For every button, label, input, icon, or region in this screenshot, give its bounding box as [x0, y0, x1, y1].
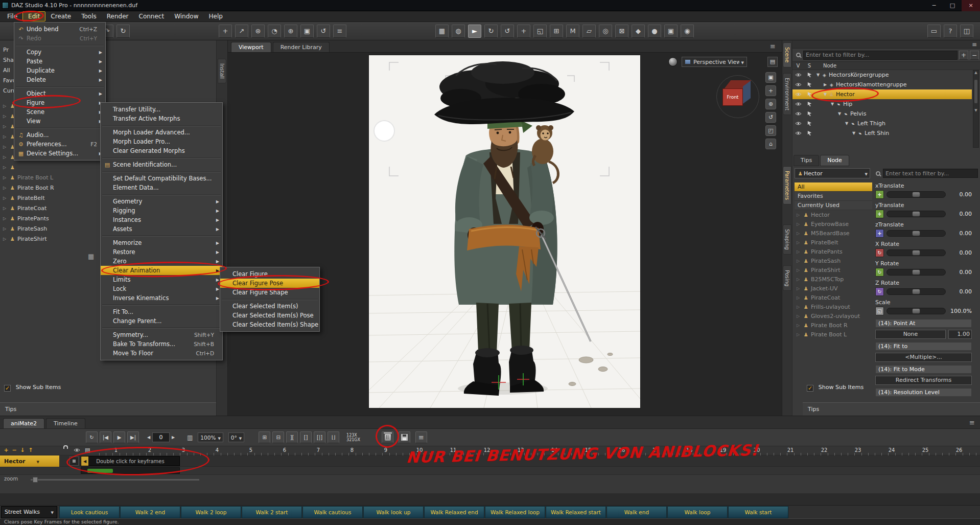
parameter-node-row[interactable]: PirateShirt	[795, 265, 872, 275]
expander-icon[interactable]: ▼	[815, 73, 821, 77]
parameter-node-row[interactable]: PirateSash	[795, 256, 872, 265]
target-icon[interactable]: ⊕	[284, 25, 297, 38]
menu-item[interactable]: Copy	[14, 48, 105, 57]
slider-handle[interactable]	[912, 231, 920, 236]
menu-item[interactable]: Set Default Compatibility Bases...	[101, 174, 222, 183]
scale-tool-icon[interactable]: ◱	[533, 25, 547, 38]
parameter-node-row[interactable]: Frills-uvlayout	[795, 302, 872, 311]
aniblock-button[interactable]: Walk 2 start	[242, 506, 302, 518]
param-slider[interactable]	[886, 249, 946, 256]
viewport-options-icon[interactable]	[767, 57, 778, 67]
param-slider[interactable]	[886, 191, 946, 198]
zoom-slider-handle[interactable]	[33, 477, 38, 483]
param-slider[interactable]	[886, 230, 946, 237]
node-selector-dropdown[interactable]: Hector	[795, 168, 870, 178]
viewport-pane-menu-icon[interactable]	[770, 42, 776, 50]
slider-handle[interactable]	[912, 269, 920, 275]
transfer-node-icon[interactable]: ↗	[235, 25, 248, 38]
frame-decrement-icon[interactable]: ◀	[145, 435, 152, 440]
parameter-node-row[interactable]: Pirate Boot R	[795, 321, 872, 330]
scene-tree-row[interactable]: ▶ HectorsKlamottengruppe	[792, 80, 972, 89]
expand-arrow-icon[interactable]	[797, 222, 803, 226]
menu-item[interactable]: Memorize	[101, 238, 222, 247]
expander-icon[interactable]: ▼	[844, 121, 850, 126]
aniblock-button[interactable]: Walk Relaxed start	[546, 506, 606, 518]
expand-arrow-icon[interactable]	[797, 323, 803, 328]
camera-cube-icon[interactable]: ⊠	[615, 25, 628, 38]
camera-frame-icon[interactable]: ◰	[765, 125, 776, 136]
menu-bar-item[interactable]: File	[2, 12, 22, 21]
view-cube-front-face[interactable]: Front	[722, 88, 743, 106]
expander-icon[interactable]: ▼	[822, 92, 828, 97]
expand-arrow-icon[interactable]	[3, 104, 9, 108]
selection-arrow-icon[interactable]	[804, 92, 815, 97]
menu-item[interactable]: Clear Figure Shape	[220, 288, 319, 297]
aniblock-button[interactable]: Walk start	[728, 506, 788, 518]
selection-arrow-icon[interactable]	[804, 72, 815, 78]
camera-home-icon[interactable]: ⌂	[765, 139, 776, 149]
expander-icon[interactable]: ▼	[836, 111, 843, 116]
move-track-up-icon[interactable]: ↑	[27, 447, 35, 454]
visibility-eye-icon[interactable]	[792, 111, 804, 116]
sphere-tool-icon[interactable]: ●	[648, 25, 661, 38]
track-option-box[interactable]	[69, 456, 79, 466]
layout-icon[interactable]: ◫	[960, 25, 973, 38]
expand-all-button[interactable]	[959, 51, 968, 60]
expand-arrow-icon[interactable]	[3, 196, 9, 200]
move-track-down-icon[interactable]: ↓	[18, 447, 27, 454]
menu-item[interactable]: Instances	[101, 215, 222, 224]
menu-bar-item[interactable]: Render	[102, 12, 134, 21]
menu-item[interactable]: Transfer Active Morphs	[101, 114, 222, 123]
expand-arrow-icon[interactable]	[3, 226, 9, 231]
scene-filter-input[interactable]	[803, 51, 958, 60]
expand-arrow-icon[interactable]	[3, 134, 9, 139]
add-track-icon[interactable]: +	[2, 447, 10, 454]
aniblock-button[interactable]: Look cautious	[59, 506, 120, 518]
node-select-tool-icon[interactable]: ►	[468, 25, 481, 38]
menu-item[interactable]: Element Data...	[101, 183, 222, 192]
menu-item[interactable]: Symmetry... Shift+Y	[101, 330, 222, 339]
selection-arrow-icon[interactable]	[804, 82, 815, 87]
expand-keys-icon[interactable]: ⊞	[259, 431, 270, 443]
save-animation-icon[interactable]	[399, 431, 410, 443]
render-preview[interactable]	[369, 55, 640, 408]
trim-end-icon[interactable]: []	[300, 431, 312, 443]
slider-handle[interactable]	[912, 192, 920, 197]
selection-arrow-icon[interactable]	[804, 121, 815, 126]
menu-item[interactable]: Assets	[101, 224, 222, 234]
menu-bar-item[interactable]: Create	[45, 12, 76, 21]
keyframe-bar[interactable]: Double click for keyframes	[81, 456, 180, 466]
vertical-tab-parameters[interactable]: Parameters	[783, 166, 791, 204]
frame-range-icon[interactable]: ⌊⌋	[328, 431, 339, 443]
menu-item[interactable]: Paste	[14, 57, 105, 66]
twist-tool-icon[interactable]: ↺	[501, 25, 514, 38]
slider-handle[interactable]	[912, 211, 920, 217]
expand-arrow-icon[interactable]	[3, 155, 9, 159]
zoom-slider[interactable]	[31, 479, 199, 481]
loop-playback-icon[interactable]: ↻	[86, 431, 98, 443]
parameter-node-row[interactable]: PirateCoat	[795, 293, 872, 302]
parameter-node-row[interactable]: PirateBelt	[795, 238, 872, 247]
slider-handle[interactable]	[912, 308, 920, 314]
collapsed-tree-row[interactable]	[0, 162, 16, 172]
menu-item[interactable]: Clear Figure	[220, 269, 319, 279]
go-to-start-icon[interactable]: |◀	[100, 431, 111, 443]
visibility-eye-icon[interactable]	[792, 131, 804, 135]
starburst-icon[interactable]: ⊛	[251, 25, 265, 38]
expand-arrow-icon[interactable]	[797, 286, 803, 291]
parameters-tab[interactable]: Tips	[794, 155, 819, 166]
expand-arrow-icon[interactable]	[3, 175, 9, 180]
timeline-list-icon[interactable]	[415, 431, 427, 443]
visibility-eye-icon[interactable]	[792, 92, 804, 97]
menu-item[interactable]: Limits	[101, 275, 222, 284]
geometry-editor-icon[interactable]: ▱	[582, 25, 596, 38]
render-camera-icon[interactable]: ◉	[681, 25, 694, 38]
aniblock-category-dropdown[interactable]: Street Walks	[1, 506, 57, 518]
vertical-tab-environment[interactable]: Environment	[783, 73, 791, 115]
menu-item[interactable]: Clear Animation	[101, 266, 222, 275]
refresh-icon[interactable]: ↻	[116, 25, 130, 38]
parameter-node-row[interactable]: PiratePants	[795, 247, 872, 256]
scene-tree-row[interactable]: ▼ Hip	[792, 99, 972, 109]
play-icon[interactable]: ▶	[113, 431, 125, 443]
parameter-node-row[interactable]: Pirate Boot L	[795, 330, 872, 339]
